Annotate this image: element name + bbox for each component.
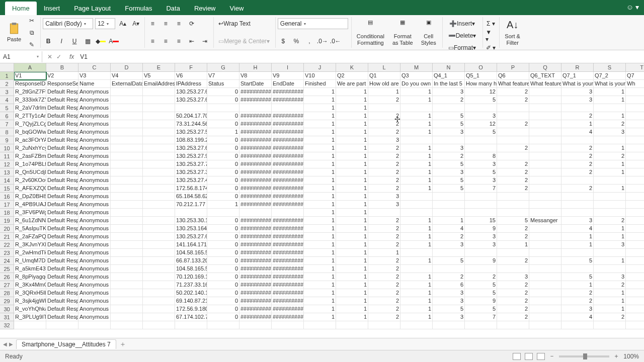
cell[interactable]: 130.253.27.6	[175, 88, 207, 96]
cell[interactable]	[111, 120, 143, 128]
cell[interactable]: 0	[207, 176, 239, 185]
cell[interactable]: Anonymous	[78, 185, 111, 193]
cell[interactable]: R_voYhQhka	[14, 305, 46, 313]
cell[interactable]: Default Resp	[46, 152, 78, 160]
cell[interactable]: 9	[465, 297, 497, 305]
cell[interactable]: 0	[207, 112, 239, 120]
cell[interactable]: 2	[594, 313, 626, 321]
cell[interactable]: Anonymous	[78, 88, 111, 96]
cell[interactable]: Anonymous	[78, 104, 111, 112]
cell[interactable]: 141.164.171	[175, 241, 207, 249]
cell[interactable]: 1	[400, 297, 433, 305]
normal-view-icon[interactable]	[513, 353, 521, 360]
cell[interactable]: ###########	[272, 168, 304, 176]
cell[interactable]	[626, 176, 644, 185]
cell[interactable]: R_2tlGnZ7Ff	[14, 88, 46, 96]
cell[interactable]	[143, 201, 175, 209]
cell[interactable]: 1	[561, 120, 594, 128]
delete-cells-button[interactable]: ➖ Delete ▾	[445, 30, 480, 41]
cell[interactable]: 12	[465, 88, 497, 96]
cell[interactable]: 1	[304, 176, 336, 185]
cell[interactable]	[465, 136, 497, 144]
cell[interactable]: ###########	[272, 281, 304, 289]
cancel-formula-icon[interactable]: ✕	[47, 53, 52, 60]
cell[interactable]: 1	[304, 265, 336, 273]
cell[interactable]: 0	[207, 193, 239, 201]
cell[interactable]	[529, 176, 561, 185]
cell[interactable]	[336, 321, 368, 329]
cell[interactable]	[111, 305, 143, 313]
row-header[interactable]: 12	[0, 160, 14, 168]
cell[interactable]: ResponseID	[14, 80, 46, 88]
cell[interactable]: R_UmqM7D	[14, 257, 46, 265]
cell[interactable]: 2	[561, 144, 594, 152]
cell[interactable]	[111, 265, 143, 273]
cell[interactable]	[497, 265, 529, 273]
select-all-corner[interactable]	[0, 63, 14, 72]
cell[interactable]: R_DpZ0BH8	[14, 193, 46, 201]
cell[interactable]: 0	[207, 88, 239, 96]
sheet-tab[interactable]: Smartphone_Usage__Attitudes 7	[16, 339, 116, 349]
cell[interactable]: 130.253.27.6	[175, 233, 207, 241]
cell[interactable]: 0	[207, 313, 239, 321]
cell[interactable]	[111, 112, 143, 120]
cell[interactable]: R_AFEXZQ0S	[14, 185, 46, 193]
cell[interactable]: 1	[304, 152, 336, 160]
cell[interactable]: 2	[368, 168, 400, 176]
cell[interactable]: 104.58.165.5	[175, 265, 207, 273]
fill-color-button[interactable]: ◆	[95, 36, 106, 47]
cell[interactable]	[465, 249, 497, 257]
cell[interactable]	[497, 201, 529, 209]
cell[interactable]: ###########	[239, 257, 272, 265]
sheet-nav-prev-icon[interactable]: ◀	[3, 341, 7, 347]
column-header[interactable]: B	[46, 63, 78, 72]
cell[interactable]: 70.212.1.77	[175, 201, 207, 209]
cell[interactable]: Default Resp	[46, 144, 78, 152]
cell[interactable]	[529, 185, 561, 193]
cell[interactable]: Default Resp	[46, 217, 78, 225]
cell[interactable]	[594, 209, 626, 217]
cell[interactable]: R_2aV7drIm	[14, 104, 46, 112]
cell[interactable]	[111, 281, 143, 289]
cell[interactable]	[143, 289, 175, 297]
cell[interactable]: Default Resp	[46, 233, 78, 241]
cell[interactable]	[207, 209, 239, 217]
tab-page-layout[interactable]: Page Layout	[67, 2, 118, 15]
cell[interactable]	[626, 88, 644, 96]
cell[interactable]: 1	[400, 281, 433, 289]
cell[interactable]	[111, 233, 143, 241]
cell[interactable]: Default Resp	[46, 88, 78, 96]
cell[interactable]: 1	[304, 273, 336, 281]
cell[interactable]: Q7_2	[594, 72, 626, 80]
cell[interactable]: R_3PLUg9ITc	[14, 313, 46, 321]
cell[interactable]: 3	[433, 88, 465, 96]
cell[interactable]: 1	[594, 305, 626, 313]
cell[interactable]	[529, 96, 561, 104]
font-color-button[interactable]: A	[108, 36, 119, 47]
cell[interactable]: ###########	[272, 176, 304, 185]
cell[interactable]: ###########	[272, 88, 304, 96]
cell[interactable]: 2	[497, 233, 529, 241]
cell[interactable]: ###########	[272, 112, 304, 120]
row-header[interactable]: 22	[0, 241, 14, 249]
row-header[interactable]: 15	[0, 185, 14, 193]
column-header[interactable]: I	[272, 63, 304, 72]
cell[interactable]: 1	[336, 193, 368, 201]
cell[interactable]: ###########	[239, 120, 272, 128]
decrease-font-icon[interactable]: A▾	[130, 18, 141, 29]
cell[interactable]: Do you own	[400, 80, 433, 88]
cell[interactable]: ###########	[272, 120, 304, 128]
cell[interactable]: 130.253.27.3	[175, 168, 207, 176]
cell[interactable]: 104.58.165.5	[175, 249, 207, 257]
cell[interactable]: 172.56.9.180	[175, 305, 207, 313]
cell[interactable]: 1	[336, 297, 368, 305]
cell[interactable]: 1	[594, 225, 626, 233]
cell[interactable]: 0	[207, 136, 239, 144]
cell[interactable]: 2	[433, 273, 465, 281]
cell[interactable]: 5	[561, 257, 594, 265]
cell[interactable]: 1	[336, 104, 368, 112]
column-header[interactable]: N	[433, 63, 465, 72]
cell[interactable]	[529, 120, 561, 128]
cell[interactable]: 2	[433, 233, 465, 241]
cell[interactable]: 2	[497, 96, 529, 104]
